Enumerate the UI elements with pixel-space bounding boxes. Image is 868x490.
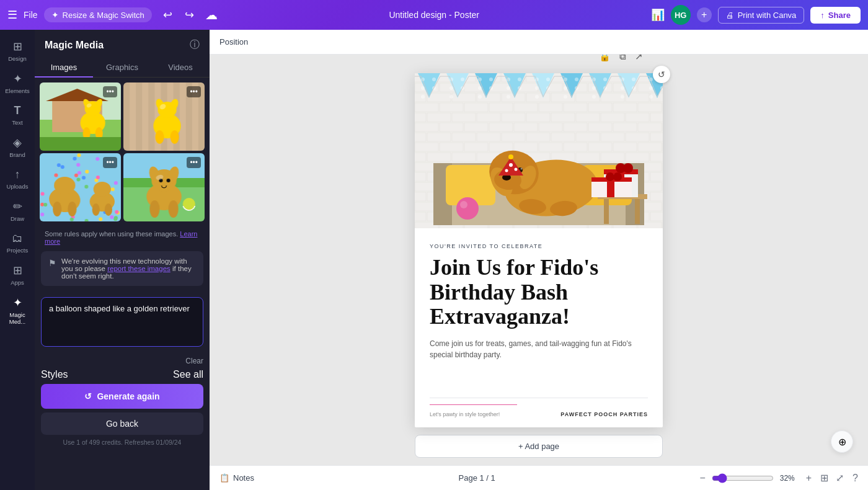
topbar-right: 📊 HG + 🖨 Print with Canva ↑ Share (651, 5, 861, 25)
image-card-4[interactable]: ••• (123, 153, 205, 221)
main-content: ⊞ Design ✦ Elements T Text ◈ Brand ↑ Upl… (0, 30, 868, 490)
page-info: Page 1 / 1 (459, 473, 495, 483)
undo-button[interactable]: ↩ (158, 6, 177, 24)
expand-view-button[interactable]: ⤢ (833, 471, 846, 485)
add-page-button[interactable]: + Add page (415, 435, 663, 458)
sidebar-design-label: Design (8, 55, 27, 62)
duplicate-icon[interactable]: ⧉ (619, 55, 626, 62)
zoom-slider[interactable] (712, 473, 774, 483)
bottom-left: 📋 Notes (219, 473, 254, 483)
tab-graphics[interactable]: Graphics (93, 58, 151, 77)
credits-text: Use 1 of 499 credits. Refreshes 01/09/24 (35, 439, 210, 450)
sidebar-item-projects[interactable]: 🗂 Projects (0, 227, 35, 259)
sidebar-item-elements[interactable]: ✦ Elements (0, 67, 35, 99)
image-menu-1[interactable]: ••• (103, 86, 117, 97)
topbar-left: ☰ File ✦ Resize & Magic Switch ↩ ↪ ☁ (7, 6, 218, 24)
share-button[interactable]: ↑ Share (810, 7, 861, 24)
magic-icon: ✦ (51, 10, 59, 20)
toolbar-position-label: Position (219, 37, 248, 47)
notes-button[interactable]: 📋 Notes (219, 473, 254, 483)
left-panel: Magic Media ⓘ Images Graphics Videos •••… (35, 30, 210, 490)
sidebar-projects-label: Projects (7, 247, 28, 254)
poster-footer-left: Let's pawty in style together! (430, 411, 500, 417)
assist-button[interactable]: ⊕ (831, 430, 853, 453)
printer-icon: 🖨 (726, 11, 734, 20)
print-with-canva-button[interactable]: 🖨 Print with Canva (718, 7, 805, 24)
add-collaborator-button[interactable]: + (697, 7, 712, 22)
sidebar-item-magic-media[interactable]: ✦ Magic Med... (0, 291, 35, 330)
magic-switch-btn[interactable]: ✦ Resize & Magic Switch (44, 7, 152, 22)
sidebar-brand-label: Brand (9, 151, 25, 158)
poster-footer-right: PAWFECT POOCH PARTIES (560, 411, 648, 417)
poster-controls: 🔒 ⧉ ↗ (599, 55, 643, 62)
draw-icon: ✏ (13, 200, 22, 213)
prompt-input[interactable]: a balloon shaped like a golden retriever (41, 297, 203, 347)
image-grid: ••• ••• ••• ••• (35, 78, 210, 226)
sidebar-item-design[interactable]: ⊞ Design (0, 35, 35, 67)
sidebar-magic-label: Magic Med... (2, 311, 32, 325)
image-menu-2[interactable]: ••• (187, 86, 201, 97)
document-title[interactable]: Untitled design - Poster (389, 10, 479, 20)
canvas-area: Position 🔒 ⧉ ↗ ↺ YOU'RE INVITED TO CELEB (210, 30, 868, 490)
panel-title: Magic Media (45, 40, 104, 51)
uploads-icon: ↑ (15, 168, 20, 181)
magic-media-icon: ✦ (13, 296, 22, 310)
styles-label: Styles (41, 369, 68, 380)
document-wrapper: 🔒 ⧉ ↗ ↺ YOU'RE INVITED TO CELEBRATE Join… (415, 73, 663, 447)
design-icon: ⊞ (13, 40, 22, 53)
info-text: Some rules apply when using these images… (35, 226, 210, 251)
canvas-toolbar: Position (210, 30, 868, 55)
tab-images[interactable]: Images (35, 58, 93, 77)
generate-button[interactable]: ↺ Generate again (41, 384, 203, 409)
sidebar-item-text[interactable]: T Text (0, 99, 35, 131)
clear-row: Clear (35, 354, 210, 365)
poster-image (415, 73, 663, 228)
view-options: ⊞ ⤢ (818, 471, 846, 485)
zoom-out-icon[interactable]: − (699, 473, 705, 484)
zoom-in-icon[interactable]: + (806, 473, 812, 484)
analytics-icon[interactable]: 📊 (651, 8, 665, 22)
info-icon[interactable]: ⓘ (190, 38, 200, 51)
sidebar-elements-label: Elements (5, 87, 30, 94)
sidebar-item-brand[interactable]: ◈ Brand (0, 131, 35, 163)
projects-icon: 🗂 (12, 232, 23, 245)
poster-footer: Let's pawty in style together! PAWFECT P… (430, 411, 648, 417)
canvas-scroll-area[interactable]: 🔒 ⧉ ↗ ↺ YOU'RE INVITED TO CELEBRATE Join… (210, 55, 868, 465)
poster-accent-divider (430, 404, 517, 405)
sidebar-draw-label: Draw (11, 215, 24, 222)
lock-icon[interactable]: 🔒 (599, 55, 611, 62)
go-back-button[interactable]: Go back (41, 412, 203, 435)
report-link[interactable]: report these images (107, 265, 170, 272)
sidebar-item-apps[interactable]: ⊞ Apps (0, 259, 35, 291)
prompt-area: a balloon shaped like a golden retriever (35, 292, 210, 354)
image-card-2[interactable]: ••• (123, 82, 205, 151)
sidebar-item-draw[interactable]: ✏ Draw (0, 195, 35, 227)
topbar: ☰ File ✦ Resize & Magic Switch ↩ ↪ ☁ Unt… (0, 0, 868, 30)
flag-icon: ⚑ (48, 258, 56, 280)
sidebar-item-uploads[interactable]: ↑ Uploads (0, 163, 35, 195)
undo-redo-group: ↩ ↪ (158, 6, 199, 24)
image-menu-4[interactable]: ••• (187, 157, 201, 168)
image-card-1[interactable]: ••• (40, 82, 121, 151)
see-all-link[interactable]: See all (173, 369, 203, 380)
help-button[interactable]: ? (852, 473, 858, 484)
poster-divider (430, 398, 648, 398)
image-menu-3[interactable]: ••• (103, 157, 117, 168)
cloud-save-icon: ☁ (205, 7, 218, 22)
bottom-bar: 📋 Notes Page 1 / 1 − 32% + ⊞ ⤢ ? (210, 465, 868, 490)
redo-button[interactable]: ↪ (180, 6, 199, 24)
sidebar-apps-label: Apps (11, 279, 24, 286)
grid-view-button[interactable]: ⊞ (818, 471, 831, 485)
avatar[interactable]: HG (671, 5, 691, 25)
poster-headline: Join Us for Fido's Birthday Bash Extrava… (430, 256, 648, 329)
image-card-3[interactable]: ••• (40, 153, 121, 221)
elements-icon: ✦ (13, 72, 22, 86)
share-icon: ↑ (820, 11, 825, 20)
clear-button[interactable]: Clear (185, 357, 203, 365)
refresh-button[interactable]: ↺ (653, 66, 670, 83)
menu-icon[interactable]: ☰ (7, 8, 17, 22)
file-menu[interactable]: File (24, 10, 38, 20)
tab-videos[interactable]: Videos (151, 58, 210, 77)
export-icon[interactable]: ↗ (635, 55, 643, 62)
text-icon: T (14, 104, 21, 117)
